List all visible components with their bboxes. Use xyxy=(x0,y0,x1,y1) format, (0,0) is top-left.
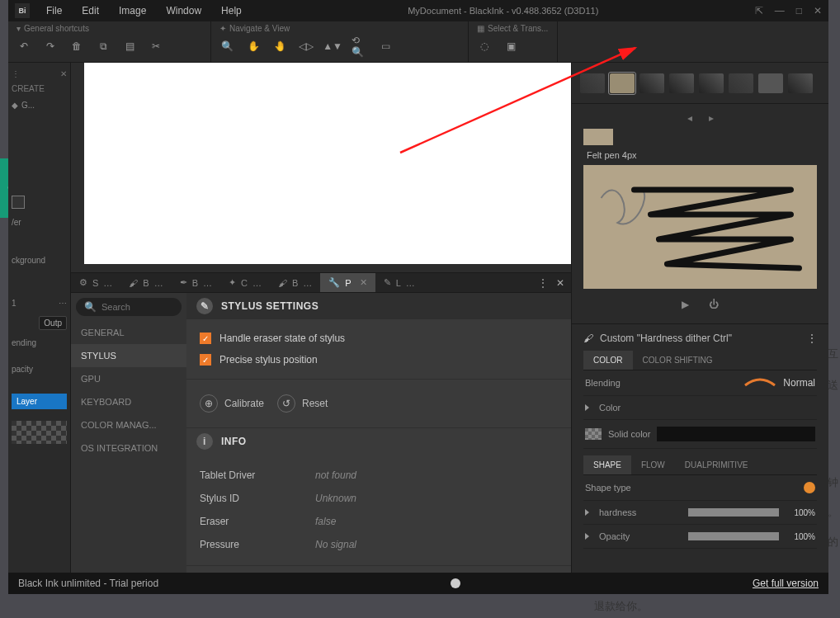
play-icon[interactable]: ▶ xyxy=(682,299,689,310)
checkbox-checked-icon[interactable]: ✓ xyxy=(200,354,211,366)
close-icon[interactable]: ✕ xyxy=(556,277,564,289)
zoom-reset-icon[interactable]: ⟲🔍 xyxy=(352,39,366,54)
more-icon[interactable]: ⋮ xyxy=(12,69,20,78)
prop-color[interactable]: Color xyxy=(583,396,817,420)
tab-b1[interactable]: 🖌B… xyxy=(120,273,171,292)
tab-b3[interactable]: 🖌B… xyxy=(270,273,320,292)
prop-opacity[interactable]: Opacity 100% xyxy=(583,525,817,549)
check-precise[interactable]: ✓ Precise stylus position xyxy=(200,349,558,370)
tab-l[interactable]: ✎L… xyxy=(375,273,423,292)
canvas[interactable] xyxy=(84,63,571,264)
flip-v-icon[interactable]: ▲▼ xyxy=(325,39,340,54)
undo-icon[interactable]: ↶ xyxy=(17,39,31,54)
brush-4[interactable] xyxy=(669,73,694,93)
subtab-color[interactable]: COLOR xyxy=(583,351,633,370)
pan-icon[interactable]: ✋ xyxy=(246,39,261,54)
flip-h-icon[interactable]: ◁▷ xyxy=(299,39,314,54)
nav-gpu[interactable]: GPU xyxy=(71,367,186,390)
chevron-left-icon[interactable]: ◂ xyxy=(687,112,692,124)
status-slider[interactable] xyxy=(451,578,460,588)
zoom-icon[interactable]: 🔍 xyxy=(219,39,234,54)
calibrate-button[interactable]: ⊕Calibrate xyxy=(200,394,264,413)
tab-close-icon[interactable]: ✕ xyxy=(360,277,367,288)
nav-general[interactable]: GENERAL xyxy=(71,321,186,344)
shape-dot[interactable] xyxy=(804,482,815,493)
pressure-label: Pressure xyxy=(200,539,315,550)
panel-square[interactable] xyxy=(12,196,25,209)
subtab-dual[interactable]: DUALPRIMITIVE xyxy=(675,455,758,474)
left-panel: ⋮✕ CREATE ◆G... /er ckground 1⋯ Outp end… xyxy=(8,63,71,573)
reset-button[interactable]: ↺Reset xyxy=(277,394,328,413)
subtab-flow[interactable]: FLOW xyxy=(631,455,675,474)
chevron-right-icon xyxy=(585,533,589,540)
nav-keyboard[interactable]: KEYBOARD xyxy=(71,390,186,413)
marquee-icon[interactable]: ◌ xyxy=(477,39,492,54)
brush-5[interactable] xyxy=(699,73,724,93)
more-icon[interactable]: ⋯ xyxy=(59,299,67,308)
brush-pen[interactable] xyxy=(580,73,605,93)
subtab-colorshift[interactable]: COLOR SHIFTING xyxy=(633,351,723,370)
menu-edit[interactable]: Edit xyxy=(72,5,109,17)
hardness-slider[interactable] xyxy=(688,508,779,517)
search-box[interactable]: 🔍 xyxy=(76,298,182,316)
bg-text: 退款给你。 xyxy=(594,599,648,614)
check-eraser[interactable]: ✓ Handle eraser state of stylus xyxy=(200,328,558,349)
ctrl-panel: 🖌 Custom "Hardness dither Ctrl" ⋮ COLOR … xyxy=(572,324,828,549)
outp-pill[interactable]: Outp xyxy=(39,316,67,330)
more-icon[interactable]: ⋮ xyxy=(807,333,817,344)
tab-s[interactable]: ⚙S… xyxy=(71,273,120,292)
transform-icon[interactable]: ▣ xyxy=(503,39,518,54)
menu-window[interactable]: Window xyxy=(156,5,211,17)
search-input[interactable] xyxy=(101,302,173,312)
brush-8[interactable] xyxy=(788,73,813,93)
tab-b2[interactable]: ✒B… xyxy=(172,273,220,292)
color-rect[interactable] xyxy=(657,427,815,441)
cut-icon[interactable]: ✂ xyxy=(149,39,163,54)
screen-icon[interactable]: ▭ xyxy=(378,39,393,54)
redo-icon[interactable]: ↷ xyxy=(43,39,58,54)
brush-3[interactable] xyxy=(639,73,664,93)
prop-blending[interactable]: Blending Normal xyxy=(583,370,817,396)
window-title: MyDocument - BlackInk - v0.488.3652 (D3D… xyxy=(252,6,755,16)
brush-thumb[interactable] xyxy=(583,129,613,145)
nav-osintegration[interactable]: OS INTEGRATION xyxy=(71,436,186,460)
search-icon: 🔍 xyxy=(84,301,97,313)
trash-icon[interactable]: 🗑 xyxy=(69,39,84,54)
stylus-icon: ✎ xyxy=(196,298,213,314)
prop-shape-type[interactable]: Shape type xyxy=(583,475,817,501)
nav-colormanag[interactable]: COLOR MANAG... xyxy=(71,413,186,436)
rotate-icon[interactable]: 🤚 xyxy=(272,39,287,54)
prop-hardness[interactable]: hardness 100% xyxy=(583,501,817,525)
opacity-slider[interactable] xyxy=(688,532,779,540)
tab-p[interactable]: 🔧P✕ xyxy=(320,273,375,292)
subtab-shape[interactable]: SHAPE xyxy=(583,455,631,474)
minimize-icon[interactable]: — xyxy=(775,5,785,17)
prop-solid-color[interactable]: Solid color xyxy=(583,420,817,449)
copy-icon[interactable]: ⧉ xyxy=(96,39,111,54)
menu-help[interactable]: Help xyxy=(211,5,252,17)
paste-icon[interactable]: ▤ xyxy=(122,39,137,54)
menu-image[interactable]: Image xyxy=(109,5,156,17)
close-icon[interactable]: ✕ xyxy=(814,5,822,17)
close-panel-icon[interactable]: ✕ xyxy=(60,69,67,78)
chevron-right-icon xyxy=(585,404,589,411)
power-icon[interactable]: ⏻ xyxy=(709,299,719,310)
chevron-down-icon[interactable]: ▾ xyxy=(17,24,21,33)
brush-felt[interactable] xyxy=(610,73,635,93)
brush-6[interactable] xyxy=(729,73,753,93)
layer-icon[interactable]: ◆ xyxy=(12,101,18,110)
get-full-link[interactable]: Get full version xyxy=(753,578,819,589)
checkbox-checked-icon[interactable]: ✓ xyxy=(200,333,211,344)
nav-stylus[interactable]: STYLUS xyxy=(71,344,186,367)
more-icon[interactable]: ⋮ xyxy=(538,277,548,289)
opacity-value: 100% xyxy=(786,532,815,541)
ctrl-header: 🖌 Custom "Hardness dither Ctrl" ⋮ xyxy=(583,329,817,347)
pin-icon[interactable]: ⇱ xyxy=(755,5,763,17)
layer-item[interactable]: Layer xyxy=(12,394,67,409)
tablet-driver-label: Tablet Driver xyxy=(200,469,315,481)
chevron-right-icon[interactable]: ▸ xyxy=(709,112,714,124)
menu-file[interactable]: File xyxy=(36,5,72,17)
brush-eraser[interactable] xyxy=(758,73,783,93)
maximize-icon[interactable]: □ xyxy=(796,5,802,17)
tab-c[interactable]: ✦C… xyxy=(220,273,270,292)
